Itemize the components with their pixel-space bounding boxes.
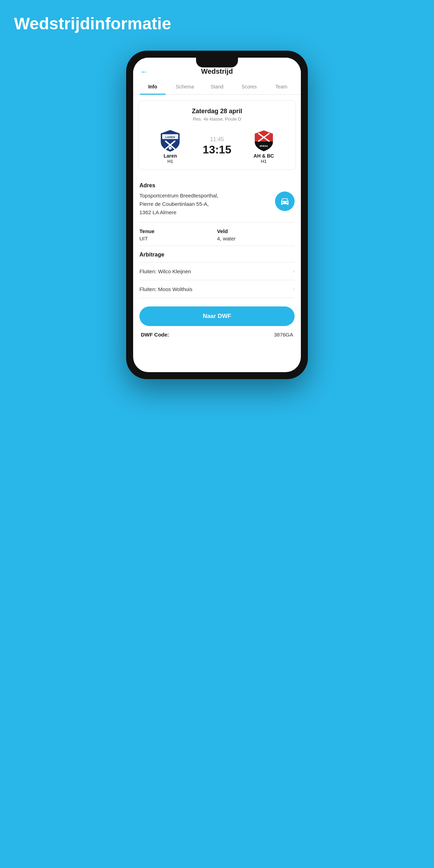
laren-logo: LAREN: [158, 129, 182, 153]
divider-1: [139, 222, 295, 223]
match-league: Res. 4e klasse, Poule D: [144, 116, 290, 122]
chevron-icon-2: ›: [293, 286, 295, 292]
tab-bar: Info Schema Stand Scores Team: [133, 79, 301, 95]
tab-stand[interactable]: Stand: [201, 79, 233, 94]
naar-dwf-button[interactable]: Naar DWF: [139, 306, 295, 326]
info-section: Adres Topsportcentrum Breedtesporthal,Pi…: [133, 175, 301, 298]
match-teams: LAREN Laren H1 11:: [144, 129, 290, 164]
arbitrage-title: Arbitrage: [139, 252, 295, 258]
match-card: Zaterdag 28 april Res. 4e klasse, Poule …: [138, 100, 296, 170]
arbitrage-name-2: Fluiten: Moos Wolthuis: [139, 286, 192, 292]
away-team-name: AH & BC: [254, 153, 274, 159]
veld-block: Veld 4, water: [217, 228, 295, 241]
phone-notch: [196, 58, 238, 67]
away-team-sub: H1: [261, 159, 267, 164]
tenue-veld-row: Tenue UIT Veld 4, water: [139, 228, 295, 241]
header-title: Wedstrijd: [201, 67, 233, 75]
ahbc-logo: ah&bc: [252, 129, 276, 153]
score-area: 11:45 13:15: [203, 136, 231, 156]
tab-team[interactable]: Team: [265, 79, 297, 94]
directions-button[interactable]: [275, 191, 295, 211]
match-score: 13:15: [203, 143, 231, 156]
away-team: ah&bc AH & BC H1: [238, 129, 290, 164]
dwf-code-value: 3876GA: [274, 332, 293, 338]
match-time: 11:45: [210, 136, 224, 143]
tab-schema[interactable]: Schema: [169, 79, 201, 94]
arbitrage-item-1[interactable]: Fluiten: Wilco Kleijnen ›: [139, 262, 295, 280]
phone-frame: ← Wedstrijd Info Schema Stand Scores Tea…: [126, 51, 308, 379]
chevron-icon-1: ›: [293, 268, 295, 274]
svg-text:LAREN: LAREN: [165, 136, 175, 139]
svg-point-4: [169, 147, 172, 150]
arbitrage-name-1: Fluiten: Wilco Kleijnen: [139, 268, 191, 274]
match-date: Zaterdag 28 april: [144, 108, 290, 115]
home-team-name: Laren: [164, 153, 177, 159]
tenue-label: Tenue: [139, 228, 217, 234]
car-icon: [280, 196, 290, 206]
back-button[interactable]: ←: [140, 67, 149, 77]
address-text: Topsportcentrum Breedtesporthal,Pierre d…: [139, 191, 275, 217]
phone-wrapper: ← Wedstrijd Info Schema Stand Scores Tea…: [126, 51, 308, 379]
address-row: Topsportcentrum Breedtesporthal,Pierre d…: [139, 191, 295, 217]
svg-text:ah&bc: ah&bc: [260, 144, 268, 147]
home-team: LAREN Laren H1: [144, 129, 196, 164]
bottom-area: Naar DWF DWF Code: 3876GA: [133, 298, 301, 343]
tenue-block: Tenue UIT: [139, 228, 217, 241]
dwf-code-label: DWF Code:: [141, 332, 169, 338]
screen-content: ← Wedstrijd Info Schema Stand Scores Tea…: [133, 58, 301, 372]
arbitrage-item-2[interactable]: Fluiten: Moos Wolthuis ›: [139, 280, 295, 298]
veld-label: Veld: [217, 228, 295, 234]
page-bg-title: Wedstrijdinformatie: [7, 14, 171, 33]
tenue-value: UIT: [139, 236, 217, 241]
tab-scores[interactable]: Scores: [233, 79, 265, 94]
phone-screen: ← Wedstrijd Info Schema Stand Scores Tea…: [133, 58, 301, 372]
home-team-sub: H1: [167, 159, 173, 164]
dwf-code-row: DWF Code: 3876GA: [139, 332, 295, 338]
tab-info[interactable]: Info: [137, 79, 169, 94]
address-label: Adres: [139, 182, 295, 189]
veld-value: 4, water: [217, 236, 295, 241]
divider-2: [139, 246, 295, 246]
